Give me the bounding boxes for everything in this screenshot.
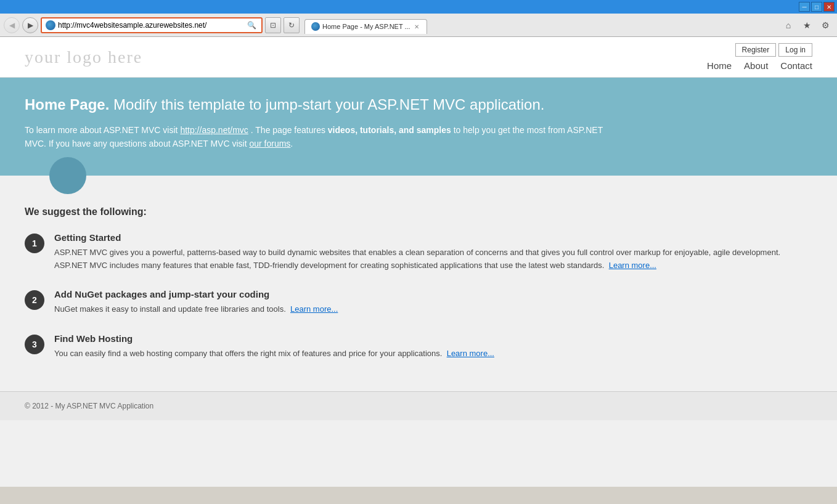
tab-favicon bbox=[311, 22, 320, 31]
hero-para-middle: . The page features bbox=[248, 125, 328, 135]
step-number-2: 2 bbox=[25, 290, 44, 310]
home-button[interactable]: ⌂ bbox=[780, 17, 796, 33]
step-desc-3: You can easily find a web hosting compan… bbox=[54, 348, 812, 360]
title-bar-buttons[interactable]: ─ □ ✕ bbox=[799, 2, 835, 12]
address-bar-container: 🔍 bbox=[41, 17, 263, 33]
hero-title: Home Page. Modify this template to jump-… bbox=[25, 96, 812, 113]
step-item-1: 1 Getting Started ASP.NET MVC gives you … bbox=[25, 232, 812, 272]
step-title-3: Find Web Hosting bbox=[54, 333, 812, 344]
header-top-links: Register Log in bbox=[735, 43, 812, 57]
address-search-button[interactable]: 🔍 bbox=[246, 21, 258, 30]
step-content-1: Getting Started ASP.NET MVC gives you a … bbox=[54, 232, 812, 272]
suggest-heading: We suggest the following: bbox=[25, 206, 812, 217]
hero-text: To learn more about ASP.NET MVC visit ht… bbox=[25, 123, 604, 151]
refresh-button[interactable]: ↻ bbox=[284, 17, 300, 33]
back-button[interactable]: ◀ bbox=[4, 17, 20, 33]
step-link-1[interactable]: Learn more... bbox=[609, 261, 656, 270]
step-desc-text-2: NuGet makes it easy to install and updat… bbox=[54, 304, 286, 314]
step-desc-1: ASP.NET MVC gives you a powerful, patter… bbox=[54, 246, 812, 272]
title-bar: ─ □ ✕ bbox=[0, 0, 837, 14]
maximize-button[interactable]: □ bbox=[811, 2, 822, 12]
register-button[interactable]: Register bbox=[735, 43, 777, 57]
hero-section: Home Page. Modify this template to jump-… bbox=[0, 78, 837, 176]
hero-para-bold: videos, tutorials, and samples bbox=[328, 125, 451, 135]
nav-home[interactable]: Home bbox=[707, 60, 732, 71]
minimize-button[interactable]: ─ bbox=[799, 2, 810, 12]
header-right: Register Log in Home About Contact bbox=[707, 43, 812, 71]
forward-button[interactable]: ▶ bbox=[22, 17, 38, 33]
step-number-3: 3 bbox=[25, 335, 44, 354]
step-title-1: Getting Started bbox=[54, 232, 812, 243]
hero-para-before: To learn more about ASP.NET MVC visit bbox=[25, 125, 180, 135]
main-content: We suggest the following: 1 Getting Star… bbox=[0, 176, 837, 379]
step-number-1: 1 bbox=[25, 234, 44, 253]
site-header: your logo here Register Log in Home Abou… bbox=[0, 37, 837, 78]
nav-contact[interactable]: Contact bbox=[780, 60, 812, 71]
hero-title-bold: Home Page. bbox=[25, 96, 109, 113]
step-content-3: Find Web Hosting You can easily find a w… bbox=[54, 333, 812, 360]
step-item-3: 3 Find Web Hosting You can easily find a… bbox=[25, 333, 812, 360]
hero-para-end: . bbox=[290, 139, 293, 148]
hero-circle-decoration bbox=[49, 157, 86, 194]
tab-title: Home Page - My ASP.NET ... bbox=[322, 23, 410, 30]
step-content-2: Add NuGet packages and jump-start your c… bbox=[54, 289, 812, 316]
step-desc-text-1: ASP.NET MVC gives you a powerful, patter… bbox=[54, 248, 780, 270]
page-wrapper: your logo here Register Log in Home Abou… bbox=[0, 37, 837, 487]
settings-button[interactable]: ⚙ bbox=[817, 17, 833, 33]
steps-list: 1 Getting Started ASP.NET MVC gives you … bbox=[25, 232, 812, 360]
step-desc-text-3: You can easily find a web hosting compan… bbox=[54, 349, 442, 358]
address-input[interactable] bbox=[58, 21, 246, 30]
site-footer: © 2012 - My ASP.NET MVC Application bbox=[0, 391, 837, 420]
tab-close-button[interactable]: ✕ bbox=[413, 23, 420, 30]
step-item-2: 2 Add NuGet packages and jump-start your… bbox=[25, 289, 812, 316]
compatibility-view-button[interactable]: ⊡ bbox=[265, 17, 281, 33]
login-button[interactable]: Log in bbox=[778, 43, 812, 57]
hero-mvc-link[interactable]: http://asp.net/mvc bbox=[180, 125, 248, 135]
favorites-button[interactable]: ★ bbox=[799, 17, 815, 33]
step-desc-2: NuGet makes it easy to install and updat… bbox=[54, 303, 812, 316]
step-link-3[interactable]: Learn more... bbox=[447, 349, 494, 358]
active-tab[interactable]: Home Page - My ASP.NET ... ✕ bbox=[304, 19, 427, 34]
step-title-2: Add NuGet packages and jump-start your c… bbox=[54, 289, 812, 299]
site-nav: Home About Contact bbox=[707, 60, 812, 71]
hero-title-normal: Modify this template to jump-start your … bbox=[109, 96, 544, 113]
ie-favicon bbox=[46, 20, 55, 30]
site-logo: your logo here bbox=[25, 47, 142, 67]
hero-forums-link[interactable]: our forums bbox=[249, 139, 290, 148]
footer-copyright: © 2012 - My ASP.NET MVC Application bbox=[25, 402, 153, 410]
browser-toolbar: ◀ ▶ 🔍 ⊡ ↻ Home Page - My ASP.NET ... ✕ ⌂… bbox=[0, 14, 837, 37]
close-button[interactable]: ✕ bbox=[823, 2, 835, 12]
browser-far-right-controls: ⌂ ★ ⚙ bbox=[780, 17, 833, 33]
nav-about[interactable]: About bbox=[744, 60, 768, 71]
step-link-2[interactable]: Learn more... bbox=[290, 304, 338, 314]
